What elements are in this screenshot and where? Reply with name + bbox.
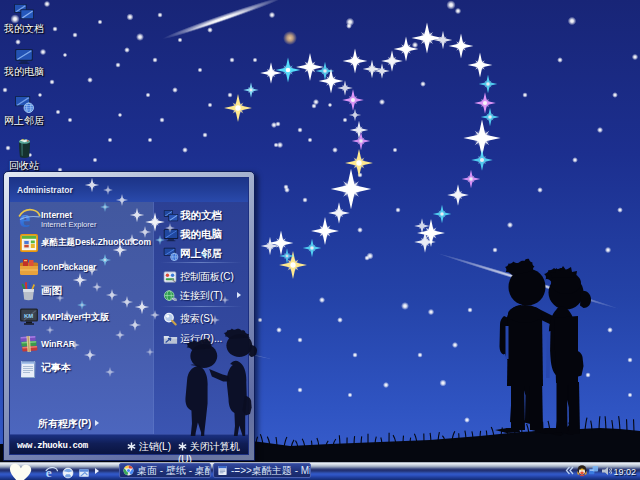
svg-text:KM: KM [24, 313, 33, 319]
